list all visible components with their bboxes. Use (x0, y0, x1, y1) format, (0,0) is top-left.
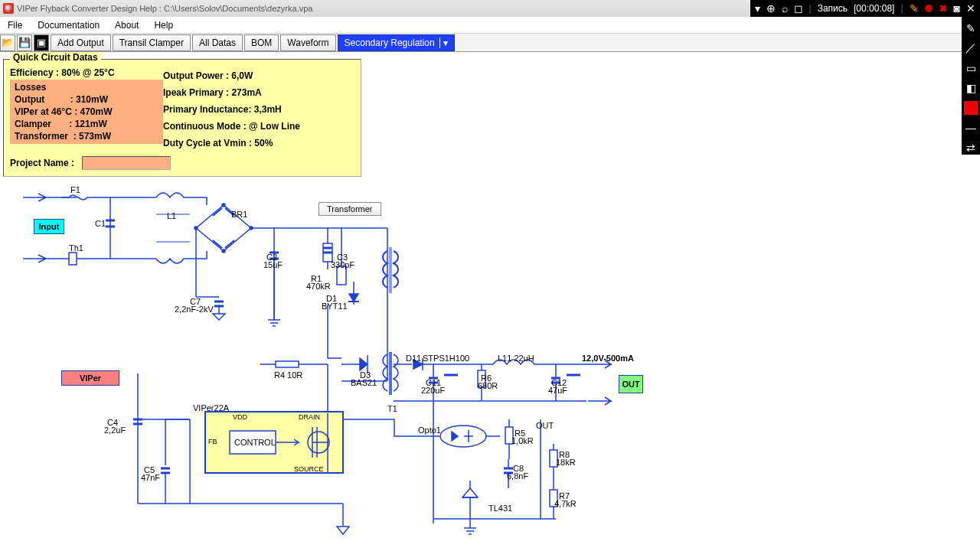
camera-icon[interactable]: ◙ (954, 2, 960, 15)
tl431-label: TL431 (488, 504, 512, 513)
menu-documentation[interactable]: Documentation (30, 20, 107, 31)
project-name-input[interactable] (82, 156, 171, 170)
close-icon[interactable]: ✕ (966, 2, 975, 15)
drain-label: DRAIN (299, 413, 320, 421)
f1-label: F1 (70, 185, 80, 194)
c3v-label: 330pF (331, 260, 354, 269)
l11-label: L11 22uH (498, 354, 534, 363)
fb-label: FB (208, 438, 217, 445)
vdd-label: VDD (233, 413, 247, 421)
th1-label: Th1 (69, 243, 83, 253)
c5v-label: 47nF (141, 473, 160, 482)
quick-circuit-datas-panel: Quick Circuit Datas Efficiency : 80% @ 2… (3, 54, 361, 177)
toolbar: 📂 💾 ▣ Add Output Transil Clamper All Dat… (0, 34, 980, 52)
svg-point-12 (440, 425, 486, 447)
stop-icon[interactable] (925, 5, 933, 12)
pen-icon[interactable]: ✎ (964, 21, 978, 35)
d1v-label: BYT11 (322, 302, 348, 311)
pencil-icon[interactable]: ✎ (910, 2, 919, 15)
l1-label: L1 (167, 211, 176, 220)
d3v-label: BAS21 (351, 378, 377, 387)
r4-label: R4 10R (274, 370, 302, 380)
opto-label: Opto1 (418, 425, 441, 435)
menu-bar: File Documentation About Help (0, 17, 980, 34)
r7v-label: 4,7kR (554, 499, 577, 508)
r6v-label: 680R (478, 381, 498, 390)
transformer-button[interactable]: Transformer (318, 202, 381, 216)
out-block[interactable]: OUT (619, 375, 643, 393)
efficiency-text: Efficiency : 80% @ 25°C (10, 67, 163, 78)
transil-clamper-button[interactable]: Transil Clamper (113, 34, 191, 51)
x-icon[interactable]: ✖ (939, 2, 948, 15)
losses-title: Losses (15, 81, 158, 93)
duty-cycle: Duty Cycle at Vmin : 50% (163, 135, 347, 152)
secondary-regulation-dropdown[interactable]: Secondary Regulation ▾ (338, 34, 455, 51)
menu-file[interactable]: File (0, 20, 30, 31)
panel-legend: Quick Circuit Datas (10, 52, 101, 63)
primary-inductance: Primary Inductance: 3,3mH (163, 101, 347, 118)
losses-box: Losses Output : 310mW VIPer at 46°C : 47… (10, 80, 163, 144)
svg-point-2 (222, 249, 225, 253)
c7v-label: 2,2nF-2kV (175, 305, 214, 314)
ipeak-primary: Ipeak Primary : 273mA (163, 84, 347, 101)
menu-help[interactable]: Help (146, 20, 181, 31)
d11v-label: STPS1H100 (423, 354, 469, 363)
record-time: [00:00:08] (854, 3, 894, 14)
source-label: SOURCE (294, 465, 324, 473)
c2v-label: 15uF (263, 260, 283, 269)
c1-label: C1 (95, 219, 106, 228)
out-text: OUT (536, 421, 554, 430)
loss-clamper: Clamper : 121mW (15, 118, 158, 130)
full-icon[interactable]: ◻ (794, 2, 803, 15)
svg-point-1 (222, 204, 225, 207)
right-col: Output Power : 6,0W Ipeak Primary : 273m… (163, 67, 347, 152)
magnify-icon[interactable]: ⌕ (782, 2, 788, 15)
open-icon[interactable]: 📂 (0, 34, 15, 51)
r5v-label: 1,0kR (511, 436, 534, 445)
loss-output: Output : 310mW (15, 93, 158, 106)
bom-button[interactable]: BOM (244, 34, 279, 51)
viper-block[interactable]: VIPer (61, 370, 119, 386)
c11v-label: 220uF (421, 386, 445, 395)
menu-about[interactable]: About (107, 20, 146, 31)
control-label: CONTROL (234, 438, 276, 447)
t1-label: T1 (387, 404, 397, 413)
app-icon (3, 3, 14, 14)
print-icon[interactable]: ▣ (34, 34, 49, 51)
viper22a-label: VIPer22A (193, 403, 229, 412)
continuous-mode: Continuous Mode : @ Low Line (163, 118, 347, 135)
r1v-label: 470kR (306, 282, 331, 291)
record-label: Запись (818, 3, 848, 14)
svg-rect-7 (276, 361, 299, 367)
output-power: Output Power : 6,0W (163, 67, 347, 84)
project-name-label: Project Name : (10, 158, 74, 168)
window-title: VIPer Flyback Converter Design Help : C:… (17, 4, 312, 13)
chevron-down-icon: ▾ (439, 37, 448, 48)
c12v-label: 47uF (548, 386, 567, 395)
screen-recorder-bar[interactable]: ▾ ⊕ ⌕ ◻ | Запись [00:00:08] | ✎ ✖ ◙ ✕ (750, 0, 980, 17)
c4v-label: 2,2uF (104, 425, 126, 435)
loss-viper: VIPer at 46°C : 470mW (15, 106, 158, 118)
all-datas-button[interactable]: All Datas (192, 34, 243, 51)
output-spec: 12,0V-500mA (582, 354, 634, 363)
dropdown-icon[interactable]: ▾ (755, 2, 760, 15)
add-output-button[interactable]: Add Output (51, 34, 111, 51)
loss-transformer: Transformer : 573mW (15, 130, 158, 142)
c8v-label: 6,8nF (507, 471, 528, 481)
br1-label: BR1 (231, 210, 247, 219)
r8v-label: 18kR (556, 458, 576, 467)
dropdown-label: Secondary Regulation (345, 37, 435, 48)
d11-label: D11 (406, 354, 421, 363)
input-block[interactable]: Input (34, 219, 64, 234)
save-icon[interactable]: 💾 (17, 34, 32, 51)
search-icon[interactable]: ⊕ (766, 2, 776, 15)
title-bar: VIPer Flyback Converter Design Help : C:… (0, 0, 980, 17)
waveform-button[interactable]: Waveform (280, 34, 335, 51)
